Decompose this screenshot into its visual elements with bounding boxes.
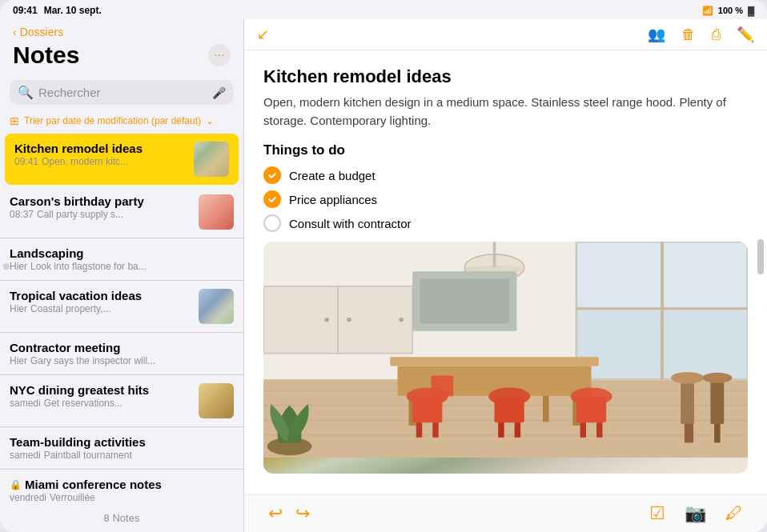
note-title-miami: 🔒 Miami conference notes: [10, 478, 234, 491]
checklist-label-2: Price appliances: [289, 193, 377, 206]
note-time-kitchen: 09:41: [14, 156, 38, 167]
battery-icon: ▓: [748, 6, 754, 15]
note-meta-miami: vendredi Verrouillée: [10, 492, 234, 503]
search-bar[interactable]: 🔍 Rechercher 🎤: [10, 80, 234, 105]
svg-rect-25: [493, 242, 496, 268]
note-item-text-kitchen: Kitchen remodel ideas 09:41 Open, modern…: [14, 142, 187, 167]
svg-point-15: [324, 318, 329, 322]
note-title-carson: Carson's birthday party: [10, 194, 192, 208]
svg-rect-48: [714, 424, 720, 442]
sort-row[interactable]: ⊞ Trier par date de modification (par dé…: [0, 111, 243, 132]
checklist-item-2[interactable]: Price appliances: [263, 190, 748, 208]
svg-rect-45: [688, 424, 693, 442]
note-thumbnail-tropical: [199, 289, 234, 324]
note-item-miami[interactable]: 🔒 Miami conference notes vendredi Verrou…: [0, 470, 243, 504]
checkbox-2[interactable]: [263, 190, 281, 208]
kitchen-scene-svg: [263, 242, 748, 458]
status-time: 09:41: [13, 5, 38, 16]
share-button[interactable]: ⎙: [712, 26, 721, 43]
note-title-kitchen: Kitchen remodel ideas: [14, 142, 187, 155]
note-item-landscaping[interactable]: Landscaping Hier Look into flagstone for…: [0, 238, 243, 281]
note-item-text-teambuilding: Team-building activities samedi Paintbal…: [10, 435, 234, 461]
note-item-contractor[interactable]: Contractor meeting Hier Gary says the in…: [0, 333, 243, 375]
sidebar-more-button[interactable]: ···: [208, 44, 231, 66]
markup-button[interactable]: 🖊: [725, 503, 743, 524]
note-title-teambuilding: Team-building activities: [10, 435, 234, 449]
note-meta-carson: 08:37 Call party supply s...: [10, 209, 192, 220]
svg-rect-37: [515, 422, 520, 438]
delete-button[interactable]: 🗑: [681, 26, 696, 43]
note-preview-carson: Call party supply s...: [37, 209, 123, 220]
undo-button[interactable]: ↩: [268, 503, 283, 524]
svg-point-43: [671, 372, 704, 384]
note-thumbnail-carson: [199, 194, 234, 230]
svg-rect-39: [576, 397, 606, 423]
svg-rect-35: [495, 397, 524, 423]
note-meta-nyc: samedi Get reservations...: [10, 398, 192, 409]
home-button[interactable]: [757, 239, 764, 274]
note-time-landscaping: Hier: [10, 261, 27, 272]
note-time-miami: vendredi: [10, 492, 46, 503]
checkmark-icon-1: [267, 170, 277, 180]
detail-bottom-toolbar: ↩ ↪ ☑ 📷 🖊: [244, 494, 767, 532]
sidebar-title: Notes: [13, 42, 79, 69]
checklist-button[interactable]: ☑: [649, 503, 665, 524]
battery-label: 100 %: [718, 6, 743, 15]
collapse-button[interactable]: ↙: [257, 26, 269, 43]
wifi-icon: 📶: [702, 6, 713, 16]
svg-rect-11: [664, 243, 746, 307]
note-title-nyc: NYC dining greatest hits: [10, 383, 192, 397]
compose-button[interactable]: ✏️: [737, 26, 754, 43]
note-time-tropical: Hier: [10, 303, 27, 314]
collaborate-button[interactable]: 👥: [648, 26, 665, 43]
checkbox-1[interactable]: [263, 166, 281, 184]
note-time-teambuilding: samedi: [10, 450, 41, 461]
toolbar-right: 👥 🗑 ⎙ ✏️: [648, 26, 754, 43]
sort-label: Trier par date de modification (par défa…: [24, 115, 201, 126]
back-button[interactable]: ‹ Dossiers: [13, 26, 231, 38]
detail-note-title: Kitchen remodel ideas: [263, 66, 748, 87]
note-meta-teambuilding: samedi Paintball tournament: [10, 450, 234, 461]
more-icon: ···: [214, 48, 224, 62]
notes-count: 8 Notes: [0, 504, 243, 532]
note-time-contractor: Hier: [10, 355, 27, 366]
status-bar: 09:41 Mar. 10 sept. 📶 100 % ▓: [0, 0, 767, 19]
checklist-item-3[interactable]: Consult with contractor: [263, 214, 748, 232]
note-thumbnail-nyc: [199, 383, 234, 418]
lock-icon: 🔒: [10, 479, 22, 490]
sidebar: ‹ Dossiers Notes ··· 🔍 Rechercher 🎤 ⊞: [0, 19, 244, 532]
things-to-do-label: Things to do: [263, 142, 748, 158]
note-item-teambuilding[interactable]: Team-building activities samedi Paintbal…: [0, 427, 243, 470]
notes-list: Kitchen remodel ideas 09:41 Open, modern…: [0, 132, 243, 504]
note-item-kitchen[interactable]: Kitchen remodel ideas 09:41 Open, modern…: [5, 134, 239, 185]
note-title-tropical: Tropical vacation ideas: [10, 289, 192, 302]
svg-rect-31: [416, 422, 422, 438]
checklist-item-1[interactable]: Create a budget: [263, 166, 748, 184]
note-preview-landscaping: Look into flagstone for ba...: [30, 261, 147, 272]
note-time-carson: 08:37: [10, 209, 34, 220]
note-item-tropical[interactable]: Tropical vacation ideas Hier Coastal pro…: [0, 281, 243, 333]
note-title-landscaping: Landscaping: [10, 246, 234, 260]
svg-rect-23: [543, 396, 548, 422]
note-preview-miami: Verrouillée: [50, 492, 95, 503]
main-content: ‹ Dossiers Notes ··· 🔍 Rechercher 🎤 ⊞: [0, 19, 767, 532]
note-item-carson[interactable]: Carson's birthday party 08:37 Call party…: [0, 186, 243, 238]
svg-rect-42: [681, 379, 694, 424]
sidebar-title-row: Notes ···: [13, 42, 231, 69]
redo-button[interactable]: ↪: [295, 503, 310, 524]
svg-rect-10: [578, 243, 661, 307]
detail-note-body: Open, modern kitchen design in a medium …: [263, 94, 748, 130]
svg-point-17: [399, 318, 404, 322]
detail-content: Kitchen remodel ideas Open, modern kitch…: [244, 50, 767, 494]
svg-rect-41: [596, 422, 602, 438]
note-item-text-tropical: Tropical vacation ideas Hier Coastal pro…: [10, 289, 192, 314]
checkbox-3[interactable]: [263, 214, 281, 232]
sidebar-header: ‹ Dossiers Notes ···: [0, 19, 243, 74]
camera-button[interactable]: 📷: [685, 503, 706, 524]
note-item-nyc[interactable]: NYC dining greatest hits samedi Get rese…: [0, 375, 243, 427]
status-bar-left: 09:41 Mar. 10 sept.: [13, 5, 102, 16]
svg-rect-40: [580, 422, 586, 438]
checkmark-icon-2: [267, 194, 277, 204]
svg-rect-33: [431, 376, 453, 397]
svg-rect-36: [498, 422, 504, 438]
